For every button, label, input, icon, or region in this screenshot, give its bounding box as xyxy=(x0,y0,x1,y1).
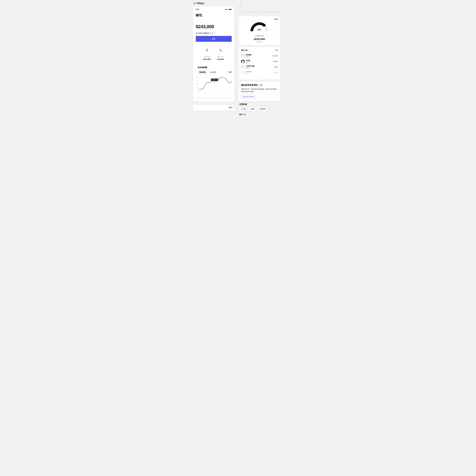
withdraw-info: 本月還可免費提款 1 次 ? xyxy=(196,32,232,34)
y-tick: 100 xyxy=(196,87,198,88)
chart-period-dropdown[interactable]: 本月 xyxy=(228,71,232,73)
svg-rect-1 xyxy=(225,9,225,10)
transactions-title: 交易紀錄 xyxy=(239,103,279,105)
stat-arrears-label: 累計欠款 xyxy=(218,56,223,58)
y-tick: 10 xyxy=(196,94,198,95)
chart-data-point xyxy=(214,82,215,83)
filter-time[interactable]: 交易時間 xyxy=(258,107,267,111)
arrear-row[interactable]: 徐玉鳳建國201–$8,000 xyxy=(241,59,278,64)
x-axis: JANFEBMARAPRMAYJUNJULAUGSEPOCTNOVDEC xyxy=(199,98,232,99)
arrear-sub: 建國201 xyxy=(246,62,272,63)
x-axis-partial: JANFEBMARAPRMAYJUNJULAUGSEPOCTNOVDEC xyxy=(242,11,280,13)
x-tick: JUL xyxy=(261,11,263,13)
gauge-total: $400,000 xyxy=(256,41,262,43)
y-axis-partial: 10 (K) xyxy=(239,2,241,11)
page-title: 錢包 xyxy=(196,13,232,17)
promo-cta-button[interactable]: 獲取更多免費資源 xyxy=(241,95,256,99)
promo-card: 讓租屋管理更彈性！🥳 趕緊升級方案，獲得更多的房源數量，還有更多的免費律師諮詢資… xyxy=(239,82,280,101)
x-tick: OCT xyxy=(224,98,226,99)
gauge-label: 本月應收/已收 xyxy=(255,35,264,37)
arrears-view-all[interactable]: 全部 xyxy=(275,49,278,51)
y-axis: 2502001501005010 xyxy=(196,76,198,95)
x-tick: APR xyxy=(207,98,209,99)
svg-rect-0 xyxy=(225,10,225,10)
arrear-sub: 建國201 xyxy=(246,73,272,75)
arrear-name: 徐玉鳳 xyxy=(246,60,272,61)
gauge-meter: 63% xyxy=(250,22,269,31)
x-tick: JUN xyxy=(213,98,215,99)
x-tick: NOV xyxy=(227,98,229,99)
avatar xyxy=(241,71,245,75)
coin-refresh-icon xyxy=(216,46,225,54)
gauge-period-dropdown[interactable]: 本月 xyxy=(274,18,278,20)
arrear-row[interactable]: 傑克羅素建國201–$10,500 xyxy=(241,53,278,59)
x-tick: MAY xyxy=(210,98,212,99)
x-tick: SEP xyxy=(221,98,223,99)
status-indicators xyxy=(225,9,232,10)
help-icon[interactable]: ? xyxy=(214,32,215,34)
avatar xyxy=(241,54,245,58)
transactions-section: 交易紀錄 已入帳 已提款 交易時間 最近 7 天 xyxy=(239,103,280,116)
stat-arrears-value: $13,050 xyxy=(217,58,224,60)
arrear-amount: –$8,000 xyxy=(273,61,278,62)
x-tick: DEC xyxy=(230,98,232,99)
withdraw-info-text: 本月還可免費提款 1 次 xyxy=(196,32,213,34)
arrear-row[interactable]: 卡迪那丹尼爾建國201–$550 xyxy=(241,64,278,70)
breakpoint-label: ( < 600px) xyxy=(193,2,234,5)
tab-rent-income[interactable]: 租金收益 xyxy=(198,70,207,74)
y-tick: 10 xyxy=(239,2,241,3)
x-tick: MAY xyxy=(255,11,257,13)
gauge-percent: 63% xyxy=(250,29,269,31)
arrear-row[interactable]: 佩姬羅森建國201–$2,450 xyxy=(241,70,278,75)
gauge-value: $243,000 xyxy=(254,38,265,41)
stat-rent[interactable]: 本月收租 $243,000 xyxy=(203,46,211,60)
svg-rect-2 xyxy=(226,9,226,10)
chart-tooltip: $120,583 xyxy=(211,79,218,81)
wifi-icon xyxy=(227,9,229,10)
x-tick: MAR xyxy=(204,98,206,99)
x-tick: AUG xyxy=(264,11,267,13)
avatar xyxy=(241,60,245,63)
revenue-line-chart[interactable]: 2502001501005010 (K) $120,583 xyxy=(199,76,232,97)
stat-arrears[interactable]: 累計欠款 $13,050 xyxy=(216,46,225,60)
card-period-dropdown[interactable]: 本月 xyxy=(229,107,232,108)
phone-frame: 9:09 錢包 $243,000 本月還可免費提款 1 次 ? 提款 xyxy=(193,6,234,101)
arrears-card: 累計欠款 全部 傑克羅素建國201–$10,500徐玉鳳建國201–$8,000… xyxy=(239,47,280,80)
x-tick: SEP xyxy=(268,11,270,13)
collection-gauge-card: 本月 63% 本月應收/已收 $243,000 $400,000 xyxy=(239,16,280,45)
arrear-name: 佩姬羅森 xyxy=(246,71,272,73)
filter-posted[interactable]: 已入帳 xyxy=(239,107,248,111)
svg-rect-5 xyxy=(229,9,231,10)
promo-body: 趕緊升級方案，獲得更多的房源數量，還有更多的免費律師諮詢資源等你使用。 xyxy=(241,88,278,93)
card-period-label: 本月 xyxy=(229,107,232,108)
battery-icon xyxy=(229,9,232,10)
more-indicator[interactable]: ••• xyxy=(241,76,278,77)
arrear-amount: –$2,450 xyxy=(273,72,278,73)
x-tick: MAR xyxy=(248,11,250,13)
withdraw-button[interactable]: 提款 xyxy=(196,36,232,42)
wallet-balance: $243,000 xyxy=(196,24,232,29)
arrear-sub: 建國201 xyxy=(246,56,271,58)
y-axis-unit: (K) xyxy=(196,96,198,97)
wallet-icon xyxy=(203,46,211,54)
recent-range: 最近 7 天 xyxy=(239,114,279,116)
arrears-list: 傑克羅素建國201–$10,500徐玉鳳建國201–$8,000卡迪那丹尼爾建國… xyxy=(241,53,278,75)
x-tick: APR xyxy=(252,11,254,13)
filter-withdrawn[interactable]: 已提款 xyxy=(249,107,257,111)
y-tick: 50 xyxy=(196,91,198,92)
chart-title: 收益曲線圖 xyxy=(198,66,232,69)
y-tick: 200 xyxy=(196,80,198,81)
x-tick: AUG xyxy=(218,98,220,99)
x-tick: JUL xyxy=(216,98,217,99)
x-tick: DEC xyxy=(278,11,280,13)
arrear-name: 傑克羅素 xyxy=(246,54,271,56)
gauge-period-label: 本月 xyxy=(274,18,277,20)
stat-rent-label: 本月收租 xyxy=(204,56,210,58)
card-period-only: 本月 xyxy=(193,105,234,110)
chart-plot-area: $120,583 xyxy=(199,76,232,95)
status-time: 9:09 xyxy=(196,9,199,10)
cellular-icon xyxy=(225,9,226,10)
arrears-title: 累計欠款 xyxy=(241,49,248,51)
y-tick: 250 xyxy=(196,76,198,78)
tab-total-income[interactable]: 合計收款 xyxy=(208,70,218,74)
